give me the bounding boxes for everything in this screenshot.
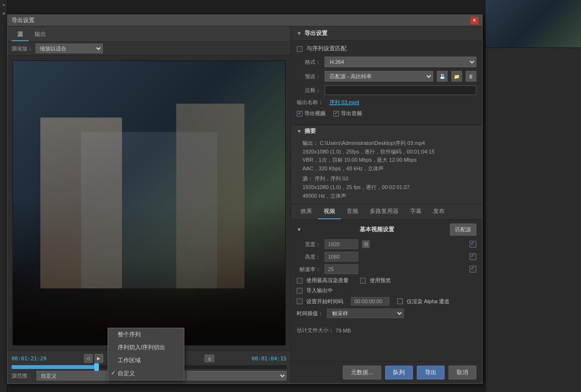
- output-name-link[interactable]: 序列 03.mp4: [329, 99, 359, 106]
- summary-source-value: 序列，序列 03: [315, 176, 348, 181]
- timecode-checkbox[interactable]: [297, 298, 303, 304]
- tab-video[interactable]: 视频: [318, 204, 341, 219]
- scrubber-fill: [12, 365, 94, 369]
- preset-row: 预设： 匹配源 - 高比特率 💾 📁 🗑: [297, 71, 476, 82]
- video-settings-section: ▼ 基本视频设置 匹配源 宽度： ⛓ 高度：: [291, 220, 482, 325]
- match-sequence-row: 与序列设置匹配: [297, 45, 476, 53]
- summary-toggle-icon: ▼: [297, 129, 302, 134]
- side-panel: [485, 0, 581, 392]
- mark-in-button[interactable]: {}: [205, 355, 214, 362]
- video-settings-header: ▼ 基本视频设置 匹配源: [297, 224, 476, 236]
- export-video-checkbox[interactable]: [297, 111, 303, 117]
- time-start-display: 00:01:21:20: [12, 356, 47, 362]
- left-tabs: 源 输出: [8, 26, 290, 42]
- summary-output-row: 输出： C:\Users\Administrator\Desktop\序列 03…: [303, 139, 471, 148]
- preview-scene: [13, 61, 285, 345]
- format-select[interactable]: H.264: [325, 57, 476, 67]
- source-range-dropdown: 整个序列 序列切入/序列切出 工作区域 自定义: [108, 328, 184, 380]
- source-scale-select[interactable]: 缩放以适合: [36, 44, 103, 53]
- tab-output[interactable]: 输出: [29, 28, 52, 41]
- fps-checkbox[interactable]: [470, 266, 476, 273]
- use-max-render-checkbox[interactable]: [297, 278, 303, 284]
- step-back-button[interactable]: ◁: [84, 354, 93, 363]
- format-row: 格式： H.264: [297, 57, 476, 67]
- toggle-icon: ▼: [297, 31, 302, 36]
- comment-input[interactable]: [325, 85, 476, 95]
- width-label: 宽度：: [297, 241, 321, 248]
- comment-row: 注释：: [297, 85, 476, 95]
- preset-label: 预设：: [297, 73, 321, 80]
- tab-publish[interactable]: 发布: [427, 204, 450, 219]
- toolbar-item-2: ◼: [0, 10, 8, 17]
- queue-button[interactable]: 队列: [385, 366, 413, 380]
- summary-source-detail1: 1920x1080 (1.0)，25 fps，逐行，00:02:01:07: [303, 183, 471, 192]
- range-row: 源范围： 自定义 整个序列 序列切入/序列切出 工作区域 自定义: [12, 371, 287, 380]
- file-size-row: 估计文件大小： 79 MB: [291, 325, 482, 336]
- scrubber-thumb[interactable]: [94, 363, 99, 371]
- tab-mux[interactable]: 多路复用器: [364, 204, 404, 219]
- match-source-button[interactable]: 匹配源: [450, 224, 476, 236]
- video-section-title: 基本视频设置: [360, 226, 394, 234]
- time-end-display: 00:01:04:15: [252, 356, 287, 362]
- tab-effects[interactable]: 效果: [295, 204, 318, 219]
- height-input[interactable]: [325, 252, 358, 261]
- match-sequence-label: 与序列设置匹配: [306, 45, 347, 53]
- alpha-checkbox[interactable]: [397, 298, 403, 304]
- export-tabs: 效果 视频 音频 多路复用器 字幕 发布: [291, 204, 482, 220]
- dropdown-item-work-area[interactable]: 工作区域: [108, 354, 184, 367]
- preset-select[interactable]: 匹配源 - 高比特率: [325, 71, 433, 82]
- scene-bg-element: [81, 132, 218, 288]
- file-size-label: 估计文件大小：: [297, 327, 334, 334]
- use-max-render-label: 使用最高渲染质量: [306, 277, 349, 284]
- use-preview-checkbox[interactable]: [360, 278, 366, 284]
- match-sequence-checkbox[interactable]: [297, 46, 303, 52]
- toolbar-strip: ▶ ◼: [0, 0, 8, 392]
- time-interp-select[interactable]: 帧采样: [327, 309, 404, 318]
- timecode-row: 设置开始时间码 仅渲染 Alpha 通道: [297, 297, 476, 306]
- toolbar-item-1: ▶: [0, 1, 8, 9]
- file-size-value: 79 MB: [336, 328, 351, 333]
- dropdown-item-in-out[interactable]: 序列切入/序列切出: [108, 341, 184, 354]
- format-label: 格式：: [297, 59, 321, 66]
- left-panel: 源 输出 源缩放： 缩放以适合: [8, 26, 291, 383]
- import-preset-button[interactable]: 📁: [451, 71, 462, 82]
- height-checkbox[interactable]: [470, 253, 476, 260]
- comment-label: 注释：: [297, 87, 321, 94]
- delete-preset-button[interactable]: 🗑: [466, 71, 476, 82]
- dialog-close-button[interactable]: ×: [471, 17, 478, 24]
- cancel-button[interactable]: 取消: [448, 366, 476, 380]
- fps-label: 帧速率：: [297, 266, 321, 273]
- metadata-button[interactable]: 元数据...: [343, 366, 381, 380]
- export-audio-checkbox[interactable]: [333, 111, 339, 117]
- height-label: 高度：: [297, 253, 321, 261]
- mark-in-icon: {}: [208, 356, 211, 361]
- import-project-row: 导入输出中: [297, 287, 476, 294]
- summary-output-path: C:\Users\Administrator\Desktop\序列 03.mp4: [320, 140, 425, 146]
- width-input[interactable]: [325, 239, 358, 249]
- timecode-input[interactable]: [351, 297, 389, 306]
- export-audio-item: 导出音频: [333, 110, 362, 117]
- export-settings-body: 与序列设置匹配 格式： H.264 预设： 匹配源 - 高比特率 💾: [291, 41, 482, 125]
- source-scale-label: 源缩放：: [12, 45, 33, 52]
- tab-source[interactable]: 源: [12, 28, 29, 41]
- play-button[interactable]: ▶: [95, 354, 103, 363]
- summary-output-detail3: AAC，320 Kbps，48 kHz，立体声: [303, 165, 471, 173]
- save-preset-button[interactable]: 💾: [437, 71, 448, 82]
- dialog-title: 导出设置: [12, 16, 35, 24]
- dropdown-item-full-sequence[interactable]: 整个序列: [108, 328, 184, 341]
- right-panel: ▼ 导出设置 与序列设置匹配 格式： H.264: [291, 26, 482, 383]
- width-checkbox[interactable]: [470, 241, 476, 248]
- tab-audio[interactable]: 音频: [341, 204, 364, 219]
- dropdown-item-custom[interactable]: 自定义: [108, 367, 184, 380]
- side-thumbnail: [485, 0, 581, 48]
- export-button[interactable]: 导出: [417, 366, 445, 380]
- export-settings-header: ▼ 导出设置: [291, 26, 482, 41]
- import-project-checkbox[interactable]: [297, 288, 303, 294]
- time-interp-row: 时间插值： 帧采样: [297, 309, 476, 318]
- tab-captions[interactable]: 字幕: [404, 204, 427, 219]
- fps-input[interactable]: [325, 264, 358, 274]
- timeline-controls: 00:01:21:20 ◁ ▶ 适合 {} 00:01:04:1: [8, 350, 290, 383]
- dimension-link-icon: ⛓: [362, 240, 370, 248]
- summary-output-detail2: VBR，1次，目标 10.00 Mbps，最大 12.00 Mbps: [303, 156, 471, 165]
- side-thumb-inner: [485, 0, 581, 48]
